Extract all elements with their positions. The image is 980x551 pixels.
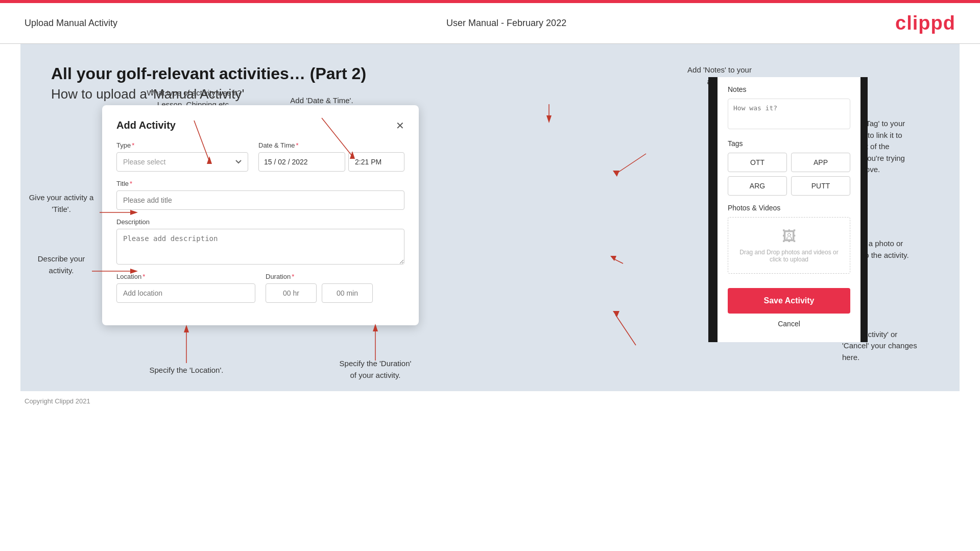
form-row-location-duration: Location* Duration*: [116, 273, 404, 303]
tags-grid: OTT APP ARG PUTT: [728, 153, 850, 196]
save-activity-button[interactable]: Save Activity: [728, 288, 850, 314]
form-group-title: Title*: [116, 180, 404, 210]
date-input[interactable]: [258, 152, 345, 172]
form-group-desc: Description: [116, 218, 404, 265]
date-time-group: [258, 152, 404, 172]
phone-bar-right: [861, 77, 868, 342]
phone-panel-wrapper: Notes Tags OTT APP ARG PUTT Photos & Vid…: [708, 77, 868, 342]
panel-notes-section: Notes: [718, 77, 861, 139]
form-group-location: Location*: [116, 273, 255, 303]
header-left: Upload Manual Activity: [25, 18, 117, 29]
svg-marker-19: [613, 311, 619, 317]
add-activity-modal: Add Activity ✕ Type* Please select Date …: [102, 105, 419, 325]
svg-marker-15: [613, 171, 619, 177]
duration-inputs: [266, 283, 404, 303]
location-input[interactable]: [116, 283, 255, 303]
title-label: Title*: [116, 180, 404, 187]
form-group-type: Type* Please select: [116, 141, 248, 172]
main-content: All your golf-relevant activities… (Part…: [20, 44, 960, 391]
duration-label: Duration*: [266, 273, 404, 280]
cancel-link[interactable]: Cancel: [728, 314, 850, 334]
desc-textarea[interactable]: [116, 229, 404, 265]
modal-title: Add Activity: [116, 119, 176, 131]
footer: Copyright Clippd 2021: [0, 391, 980, 411]
panel-photos-section: Photos & Videos 🖼 Drag and Drop photos a…: [718, 204, 861, 282]
photos-label: Photos & Videos: [728, 204, 850, 212]
tag-putt[interactable]: PUTT: [791, 176, 850, 196]
svg-line-18: [615, 315, 636, 345]
modal-close-button[interactable]: ✕: [396, 121, 404, 131]
type-label: Type*: [116, 141, 248, 149]
duration-hr-input[interactable]: [266, 283, 317, 303]
tag-ott[interactable]: OTT: [728, 153, 787, 172]
type-select[interactable]: Please select: [116, 152, 248, 172]
form-group-duration: Duration*: [266, 273, 404, 303]
modal-header: Add Activity ✕: [116, 119, 404, 131]
form-row-desc: Description: [116, 218, 404, 265]
title-input[interactable]: [116, 190, 404, 210]
photos-text: Drag and Drop photos and videos orclick …: [738, 249, 840, 263]
svg-marker-9: [184, 325, 189, 332]
annotation-duration: Specify the 'Duration'of your activity.: [317, 358, 434, 381]
form-row-title: Title*: [116, 180, 404, 210]
phone-white-panel: Notes Tags OTT APP ARG PUTT Photos & Vid…: [718, 77, 861, 342]
location-label: Location*: [116, 273, 255, 280]
tag-arg[interactable]: ARG: [728, 176, 787, 196]
time-input[interactable]: [348, 152, 404, 172]
photo-upload-area[interactable]: 🖼 Drag and Drop photos and videos orclic…: [728, 217, 850, 274]
tag-app[interactable]: APP: [791, 153, 850, 172]
form-row-type-date: Type* Please select Date & Time*: [116, 141, 404, 172]
svg-marker-17: [610, 256, 616, 261]
panel-tags-section: Tags OTT APP ARG PUTT: [718, 139, 861, 204]
svg-marker-13: [546, 115, 552, 123]
duration-min-input[interactable]: [322, 283, 373, 303]
svg-line-16: [613, 258, 623, 263]
notes-label: Notes: [728, 85, 850, 93]
form-group-date: Date & Time*: [258, 141, 404, 172]
header-center: User Manual - February 2022: [446, 18, 566, 29]
copyright: Copyright Clippd 2021: [25, 397, 90, 405]
annotation-location: Specify the 'Location'.: [130, 365, 243, 376]
annotation-describe: Describe youractivity.: [20, 253, 102, 276]
desc-label: Description: [116, 218, 404, 226]
photo-icon: 🖼: [738, 228, 840, 245]
phone-bar-left: [708, 77, 718, 342]
annotation-title: Give your activity a'Title'.: [20, 192, 102, 215]
header: Upload Manual Activity User Manual - Feb…: [0, 3, 980, 44]
tags-label: Tags: [728, 139, 850, 148]
notes-textarea[interactable]: [728, 99, 850, 129]
logo: clippd: [895, 12, 955, 34]
date-label: Date & Time*: [258, 141, 404, 149]
panel-save-section: Save Activity Cancel: [718, 282, 861, 342]
svg-line-14: [615, 154, 646, 174]
